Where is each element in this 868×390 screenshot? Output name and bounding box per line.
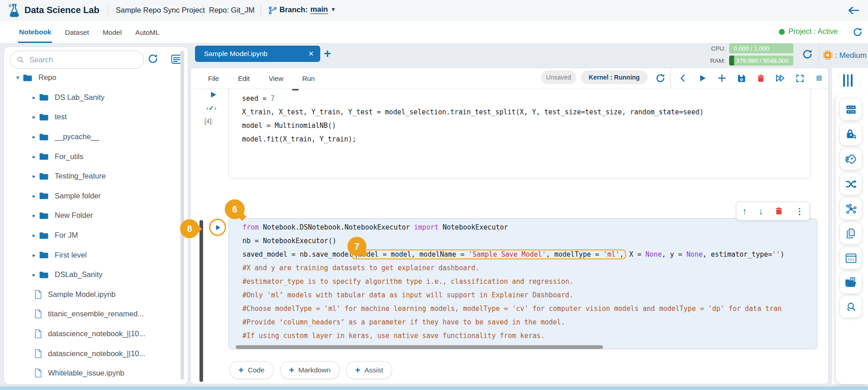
- instance-tier-label: : Medium: [835, 51, 867, 60]
- page-horizontal-scrollbar[interactable]: [0, 386, 868, 390]
- tree-folder-repo[interactable]: ▾Repo: [4, 68, 180, 88]
- nav-tab-dataset[interactable]: Dataset: [64, 22, 90, 42]
- cell-menu-kebab-icon[interactable]: ⋮: [795, 206, 804, 216]
- tree-folder-first-level[interactable]: ▸First level: [4, 245, 180, 265]
- nav-tab-model[interactable]: Model: [102, 22, 123, 42]
- dataset-rack-icon[interactable]: [840, 99, 862, 120]
- caret-right-icon[interactable]: ▸: [33, 113, 39, 120]
- kernel-status-badge: Kernel : Running: [581, 70, 648, 84]
- file-search-box[interactable]: [10, 51, 144, 69]
- tab-close-icon[interactable]: ✕: [308, 50, 314, 58]
- move-cell-down-icon[interactable]: ↓: [759, 206, 763, 216]
- add-cell-icon[interactable]: [716, 73, 727, 84]
- new-tab-plus-button[interactable]: +: [324, 47, 331, 61]
- search-history-icon[interactable]: [840, 296, 862, 318]
- run-cell-button-highlighted[interactable]: [209, 219, 226, 236]
- plus-icon: +: [238, 365, 244, 376]
- ml-brain-icon[interactable]: [840, 148, 862, 170]
- cpu-label: CPU:: [711, 45, 726, 52]
- resources-refresh-icon[interactable]: [802, 48, 813, 60]
- add-markdown-button[interactable]: +Markdown: [280, 361, 340, 379]
- cell-horizontal-scrollbar[interactable]: [236, 345, 603, 349]
- caret-right-icon[interactable]: ▸: [33, 271, 39, 278]
- cell-2-code[interactable]: from Notebook.DSNotebook.NotebookExecuto…: [242, 221, 784, 343]
- delete-cell-icon[interactable]: [774, 207, 783, 216]
- file-icon: [34, 290, 42, 299]
- menu-view[interactable]: View: [269, 75, 283, 82]
- variable-window-icon[interactable]: (x): [840, 247, 862, 269]
- save-notebook-icon[interactable]: [736, 73, 747, 84]
- notebook-tab-active[interactable]: Sample Model.ipynb ✕: [195, 46, 320, 62]
- tree-folder-test[interactable]: ▸test: [4, 107, 180, 127]
- tree-folder--pycache-[interactable]: ▸__pycache__: [4, 127, 180, 147]
- caret-right-icon[interactable]: ▸: [33, 212, 39, 219]
- tree-file-titanic-ensemble-renamed-[interactable]: titanic_ensemble_renamed...: [4, 304, 180, 324]
- caret-right-icon[interactable]: ▸: [33, 94, 39, 101]
- branch-selector[interactable]: Branch: main ▼: [280, 5, 336, 14]
- caret-down-icon[interactable]: ▾: [16, 74, 23, 81]
- tree-folder-testing-feature[interactable]: ▸Testing_feature: [4, 166, 180, 186]
- tree-folder-ds-lab-sanity[interactable]: ▸DS Lab_Sanity: [4, 88, 180, 108]
- code-cell-2-selected[interactable]: from Notebook.DSNotebook.NotebookExecuto…: [228, 218, 817, 349]
- add-button-label: Markdown: [298, 366, 331, 374]
- run-all-icon[interactable]: [775, 73, 786, 84]
- export-folder-icon[interactable]: [840, 272, 862, 293]
- tree-file-datascience-notebook-10-[interactable]: datascience_notebook_||10...: [4, 324, 180, 344]
- delete-cell-icon[interactable]: [755, 73, 766, 84]
- pipeline-nodes-icon[interactable]: [840, 198, 862, 220]
- caret-right-icon[interactable]: ▸: [33, 232, 39, 239]
- notebook-vertical-scrollbar[interactable]: [199, 220, 203, 382]
- back-arrow-button[interactable]: [847, 5, 860, 16]
- kernel-refresh-icon[interactable]: [655, 73, 666, 84]
- run-cell-button[interactable]: [209, 91, 217, 99]
- caret-right-icon[interactable]: ▸: [33, 133, 39, 140]
- panel-columns-toggle-button[interactable]: [843, 74, 853, 87]
- sidebar-scrollbar[interactable]: [180, 51, 184, 380]
- caret-right-icon[interactable]: ▸: [33, 252, 39, 258]
- nav-tab-notebook[interactable]: Notebook: [18, 22, 52, 43]
- caret-right-icon[interactable]: ▸: [33, 153, 39, 160]
- project-refresh-icon[interactable]: [852, 27, 863, 38]
- tree-folder-for-jm[interactable]: ▸For JM: [4, 226, 180, 245]
- header-divider: [261, 5, 261, 16]
- cpu-chip-icon: [822, 50, 833, 61]
- add-code-button[interactable]: +Code: [229, 361, 274, 379]
- cell-actions-toolbar: ↑ ↓ ⋮: [736, 202, 810, 221]
- tree-item-label: For JM: [55, 231, 78, 240]
- tree-item-label: __pycache__: [55, 132, 99, 141]
- folder-icon: [39, 133, 49, 141]
- add-assist-button[interactable]: +Assist: [346, 361, 392, 379]
- tree-file-sample-model-ipynb[interactable]: Sample Model.ipynb: [4, 285, 180, 305]
- security-lock-key-icon[interactable]: [840, 123, 862, 145]
- plus-icon: +: [289, 365, 294, 376]
- menu-run[interactable]: Run: [302, 75, 315, 82]
- shuffle-icon[interactable]: [840, 173, 862, 195]
- tree-folder-sample-folder[interactable]: ▸Sample folder: [4, 186, 180, 206]
- stop-kernel-icon[interactable]: [814, 73, 825, 84]
- kernel-status-label: Kernel : Running: [589, 74, 640, 81]
- caret-right-icon[interactable]: ▸: [33, 173, 39, 179]
- run-cell-icon[interactable]: [697, 73, 708, 84]
- caret-right-icon[interactable]: ▸: [33, 193, 39, 199]
- tree-refresh-icon[interactable]: [147, 53, 159, 65]
- ram-usage-pill: 379.980 / 5048.000: [729, 56, 793, 66]
- copy-documents-icon[interactable]: [840, 222, 862, 244]
- menu-file[interactable]: File: [208, 75, 219, 82]
- move-cell-up-icon[interactable]: ↑: [742, 206, 747, 216]
- menu-edit[interactable]: Edit: [238, 75, 250, 82]
- tree-file-whitelable-issue-ipynb[interactable]: Whitelable_issue.ipynb: [4, 363, 180, 383]
- folder-icon: [39, 271, 49, 279]
- cpu-usage-value: 0.000 / 1.000: [734, 45, 769, 52]
- search-input[interactable]: [28, 55, 130, 65]
- fullscreen-icon[interactable]: [794, 73, 805, 84]
- code-line: model = MultinomialNB(): [242, 119, 703, 132]
- tree-folder-for-utils[interactable]: ▸For_utils: [4, 146, 180, 166]
- ram-label: RAM:: [710, 57, 726, 64]
- tree-folder-dslab-sanity[interactable]: ▸DSLab_Sanity: [4, 265, 180, 285]
- cell-1-code[interactable]: seed = 7X_train, X_test, Y_train, Y_test…: [242, 92, 703, 146]
- chevron-left-icon[interactable]: [678, 73, 688, 84]
- badge-number: 8: [187, 224, 192, 234]
- nav-tab-automl[interactable]: AutoML: [134, 22, 160, 42]
- tree-file-datascience-notebook-10-[interactable]: datascience_notebook_||10...: [4, 343, 180, 363]
- tree-folder-new-folder[interactable]: ▸New Folder: [4, 206, 180, 226]
